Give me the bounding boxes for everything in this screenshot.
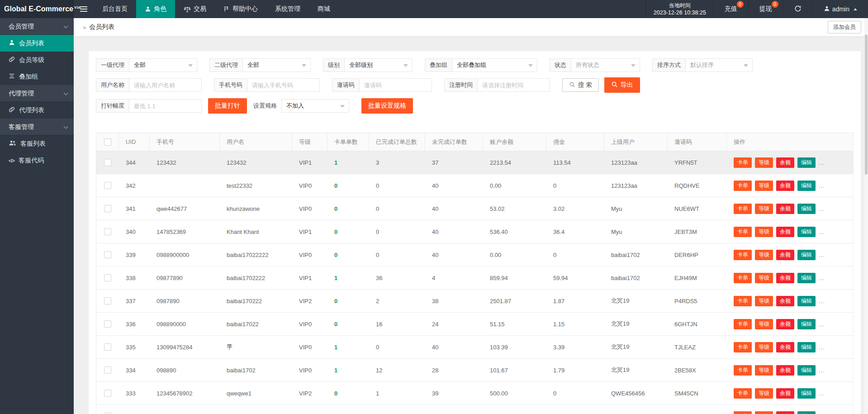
- action-edit-button[interactable]: 编辑: [797, 342, 816, 352]
- sidebar-item-8[interactable]: </>客服代码: [0, 152, 74, 169]
- sidebar-group-4[interactable]: 代理管理: [0, 85, 74, 102]
- nav-item-3[interactable]: 帮助中心: [215, 0, 266, 18]
- filter-select[interactable]: 全部级别: [345, 58, 413, 72]
- action-card-button[interactable]: 卡单: [734, 342, 752, 352]
- nav-item-2[interactable]: 交易: [175, 0, 215, 18]
- action-level-button[interactable]: 等级: [755, 227, 773, 237]
- action-card-button[interactable]: 卡单: [734, 319, 752, 329]
- row-checkbox[interactable]: [104, 320, 111, 328]
- row-checkbox[interactable]: [104, 366, 111, 374]
- withdraw-button[interactable]: 提现 0: [748, 0, 783, 18]
- action-edit-button[interactable]: 编辑: [797, 365, 816, 376]
- action-card-button[interactable]: 卡单: [734, 411, 752, 414]
- filter-select[interactable]: 默认排序: [686, 58, 753, 72]
- action-card-button[interactable]: 卡单: [734, 388, 752, 399]
- action-level-button[interactable]: 等级: [755, 157, 773, 168]
- action-card-button[interactable]: 卡单: [734, 296, 752, 306]
- user-menu[interactable]: admin: [812, 0, 868, 18]
- filter-select[interactable]: 所有状态: [571, 58, 640, 72]
- action-edit-button[interactable]: 编辑: [797, 181, 816, 191]
- row-checkbox[interactable]: [104, 251, 111, 258]
- more-actions-button[interactable]: ...: [819, 390, 825, 397]
- batch-needle-button[interactable]: 批量打针: [208, 98, 247, 114]
- add-member-button[interactable]: 添加会员: [828, 21, 861, 33]
- spec-select[interactable]: 不加入: [281, 99, 349, 113]
- row-checkbox[interactable]: [104, 390, 111, 397]
- more-actions-button[interactable]: ...: [819, 228, 825, 235]
- action-edit-button[interactable]: 编辑: [797, 250, 816, 260]
- action-level-button[interactable]: 等级: [755, 181, 773, 191]
- filter-select[interactable]: 全部: [129, 58, 197, 72]
- export-button[interactable]: 导出: [604, 77, 640, 93]
- row-checkbox[interactable]: [104, 297, 111, 305]
- action-edit-button[interactable]: 编辑: [797, 296, 816, 306]
- action-balance-button[interactable]: 余额: [776, 157, 794, 168]
- action-edit-button[interactable]: 编辑: [797, 388, 816, 399]
- row-checkbox[interactable]: [104, 205, 111, 212]
- nav-item-0[interactable]: 后台首页: [94, 0, 136, 18]
- nav-item-5[interactable]: 商城: [309, 0, 339, 18]
- filter-input-3[interactable]: [478, 78, 550, 92]
- action-balance-button[interactable]: 余额: [776, 388, 794, 399]
- filter-input-0[interactable]: [129, 78, 202, 92]
- row-checkbox[interactable]: [104, 343, 111, 351]
- action-level-button[interactable]: 等级: [755, 342, 773, 352]
- action-balance-button[interactable]: 余额: [776, 319, 794, 329]
- search-button[interactable]: 搜 索: [562, 78, 599, 92]
- action-level-button[interactable]: 等级: [755, 319, 773, 329]
- action-balance-button[interactable]: 余额: [776, 411, 794, 414]
- needle-range-input[interactable]: [129, 99, 202, 113]
- action-edit-button[interactable]: 编辑: [797, 273, 816, 283]
- sidebar-item-5[interactable]: 代理列表: [0, 102, 74, 119]
- more-actions-button[interactable]: ...: [819, 275, 825, 281]
- row-checkbox[interactable]: [104, 159, 111, 166]
- action-level-button[interactable]: 等级: [755, 411, 773, 414]
- nav-item-4[interactable]: 系统管理: [266, 0, 309, 18]
- action-card-button[interactable]: 卡单: [734, 273, 752, 283]
- action-balance-button[interactable]: 余额: [776, 227, 794, 237]
- action-edit-button[interactable]: 编辑: [797, 227, 816, 237]
- more-actions-button[interactable]: ...: [819, 205, 825, 212]
- sidebar-group-6[interactable]: 客服管理: [0, 119, 74, 135]
- sidebar-item-3[interactable]: 叠加组: [0, 68, 74, 85]
- action-edit-button[interactable]: 编辑: [797, 157, 816, 168]
- action-level-button[interactable]: 等级: [755, 388, 773, 399]
- row-checkbox[interactable]: [104, 182, 111, 189]
- action-balance-button[interactable]: 余额: [776, 250, 794, 260]
- action-card-button[interactable]: 卡单: [734, 204, 752, 214]
- batch-spec-button[interactable]: 批量设置规格: [361, 98, 413, 114]
- sidebar-item-1[interactable]: 会员列表: [0, 35, 74, 52]
- action-card-button[interactable]: 卡单: [734, 227, 752, 237]
- action-edit-button[interactable]: 编辑: [797, 411, 816, 414]
- action-card-button[interactable]: 卡单: [734, 365, 752, 376]
- action-balance-button[interactable]: 余额: [776, 342, 794, 352]
- more-actions-button[interactable]: ...: [819, 252, 825, 258]
- action-edit-button[interactable]: 编辑: [797, 319, 816, 329]
- action-card-button[interactable]: 卡单: [734, 157, 752, 168]
- select-all-checkbox[interactable]: [104, 138, 111, 146]
- action-card-button[interactable]: 卡单: [734, 250, 752, 260]
- nav-item-1[interactable]: 角色: [136, 0, 175, 18]
- row-checkbox[interactable]: [104, 274, 111, 281]
- action-balance-button[interactable]: 余额: [776, 204, 794, 214]
- more-actions-button[interactable]: ...: [819, 344, 825, 351]
- filter-input-2[interactable]: [360, 78, 432, 92]
- refresh-button[interactable]: [783, 0, 812, 18]
- action-balance-button[interactable]: 余额: [776, 181, 794, 191]
- action-level-button[interactable]: 等级: [755, 204, 773, 214]
- action-balance-button[interactable]: 余额: [776, 273, 794, 283]
- more-actions-button[interactable]: ...: [819, 298, 825, 305]
- action-level-button[interactable]: 等级: [755, 365, 773, 376]
- more-actions-button[interactable]: ...: [819, 182, 825, 189]
- filter-select[interactable]: 全部: [243, 58, 311, 72]
- row-checkbox[interactable]: [104, 228, 111, 235]
- filter-select[interactable]: 全部叠加组: [452, 58, 537, 72]
- more-actions-button[interactable]: ...: [819, 367, 825, 374]
- sidebar-item-2[interactable]: 会员等级: [0, 52, 74, 68]
- action-level-button[interactable]: 等级: [755, 273, 773, 283]
- action-level-button[interactable]: 等级: [755, 250, 773, 260]
- action-edit-button[interactable]: 编辑: [797, 204, 816, 214]
- more-actions-button[interactable]: ...: [819, 321, 825, 328]
- action-card-button[interactable]: 卡单: [734, 181, 752, 191]
- scrollbar-thumb[interactable]: [865, 34, 868, 175]
